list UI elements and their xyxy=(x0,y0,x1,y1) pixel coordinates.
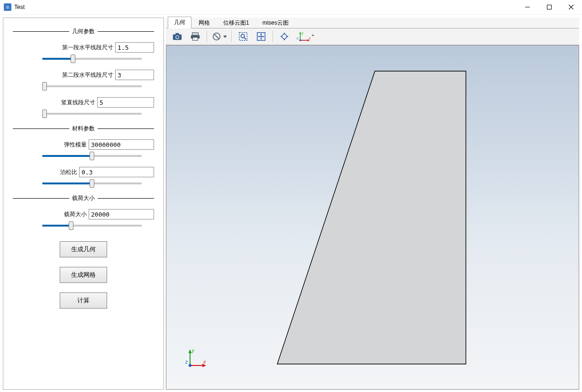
param-nu-input[interactable] xyxy=(79,167,154,177)
projection-mode-dropdown[interactable] xyxy=(210,29,228,44)
param-h1-row: 第一段水平线段尺寸 xyxy=(13,42,154,53)
window-title: Test xyxy=(14,4,25,10)
param-v-input[interactable] xyxy=(97,97,154,108)
group-load-title: 载荷大小 xyxy=(69,194,98,202)
param-load-input[interactable] xyxy=(89,209,154,219)
group-load-header: 载荷大小 xyxy=(13,194,154,202)
param-e-slider[interactable] xyxy=(42,155,142,157)
tab-displacement[interactable]: 位移云图1 xyxy=(217,17,255,28)
svg-rect-5 xyxy=(175,33,179,35)
axis-x-label: x xyxy=(309,36,311,40)
param-h2-row: 第二段水平线段尺寸 xyxy=(13,70,154,80)
svg-point-7 xyxy=(176,36,178,38)
param-e-input[interactable] xyxy=(89,139,154,150)
main-area: 几何 网格 位移云图1 mises云图 xyxy=(166,18,579,390)
svg-line-12 xyxy=(214,34,219,39)
param-e-label: 弹性模量 xyxy=(64,141,87,149)
param-h1-label: 第一段水平线段尺寸 xyxy=(62,44,113,52)
param-h1-input[interactable] xyxy=(115,42,154,53)
svg-marker-18 xyxy=(299,32,301,34)
select-mode-icon[interactable] xyxy=(276,29,293,44)
geometry-shape xyxy=(275,69,470,373)
app-icon xyxy=(4,3,11,11)
view-tabs: 几何 网格 位移云图1 mises云图 xyxy=(166,18,579,28)
minimize-button[interactable] xyxy=(517,0,538,14)
svg-line-15 xyxy=(244,37,246,40)
param-h2-input[interactable] xyxy=(115,70,154,80)
svg-point-14 xyxy=(241,34,244,37)
fit-view-icon[interactable] xyxy=(253,29,270,44)
close-button[interactable] xyxy=(560,0,582,14)
group-geometry-header: 几何参数 xyxy=(13,27,154,36)
param-load-label: 载荷大小 xyxy=(64,210,87,219)
compute-button[interactable]: 计算 xyxy=(60,292,107,309)
param-e-row: 弹性模量 xyxy=(13,139,154,150)
svg-text:y: y xyxy=(191,348,195,353)
svg-rect-10 xyxy=(193,37,198,40)
axis-z-label: z xyxy=(297,36,299,40)
parameter-panel: 几何参数 第一段水平线段尺寸 第二段水平线段尺寸 竖直线段尺寸 材料参数 xyxy=(3,18,164,390)
camera-icon[interactable] xyxy=(169,29,186,44)
group-material-header: 材料参数 xyxy=(13,125,154,133)
svg-marker-22 xyxy=(311,34,314,36)
group-material-title: 材料参数 xyxy=(69,125,98,133)
tab-mesh[interactable]: 网格 xyxy=(192,17,216,28)
param-v-slider[interactable] xyxy=(42,113,142,115)
param-v-label: 竖直线段尺寸 xyxy=(61,99,95,107)
svg-point-30 xyxy=(189,364,191,367)
param-load-row: 载荷大小 xyxy=(13,209,154,219)
param-load-slider[interactable] xyxy=(42,225,142,227)
print-icon[interactable] xyxy=(187,29,204,44)
svg-marker-25 xyxy=(189,349,192,353)
svg-rect-1 xyxy=(547,5,552,9)
viewport-toolbar: y x z xyxy=(166,28,579,45)
param-nu-slider[interactable] xyxy=(42,182,142,184)
axis-y-label: y xyxy=(301,30,303,35)
param-h2-slider[interactable] xyxy=(42,85,142,87)
viewport-3d[interactable]: y x z xyxy=(166,45,579,390)
svg-marker-23 xyxy=(277,71,466,364)
title-bar: Test xyxy=(0,0,582,15)
svg-rect-8 xyxy=(192,33,199,36)
svg-text:z: z xyxy=(185,359,188,365)
axis-orientation-dropdown[interactable]: y x z xyxy=(294,30,316,43)
group-geometry-title: 几何参数 xyxy=(69,27,98,36)
param-v-row: 竖直线段尺寸 xyxy=(13,97,154,108)
axis-triad-icon: y x z xyxy=(185,346,209,370)
tab-mises[interactable]: mises云图 xyxy=(256,17,295,28)
svg-text:x: x xyxy=(203,359,206,365)
param-h1-slider[interactable] xyxy=(42,58,142,60)
param-nu-label: 泊松比 xyxy=(60,168,77,176)
maximize-button[interactable] xyxy=(538,0,560,14)
zoom-selection-icon[interactable] xyxy=(235,29,252,44)
param-nu-row: 泊松比 xyxy=(13,167,154,177)
param-h2-label: 第二段水平线段尺寸 xyxy=(62,71,113,79)
svg-point-21 xyxy=(299,39,301,41)
generate-mesh-button[interactable]: 生成网格 xyxy=(60,267,107,283)
generate-geometry-button[interactable]: 生成几何 xyxy=(60,241,107,257)
tab-geometry[interactable]: 几何 xyxy=(168,17,191,28)
